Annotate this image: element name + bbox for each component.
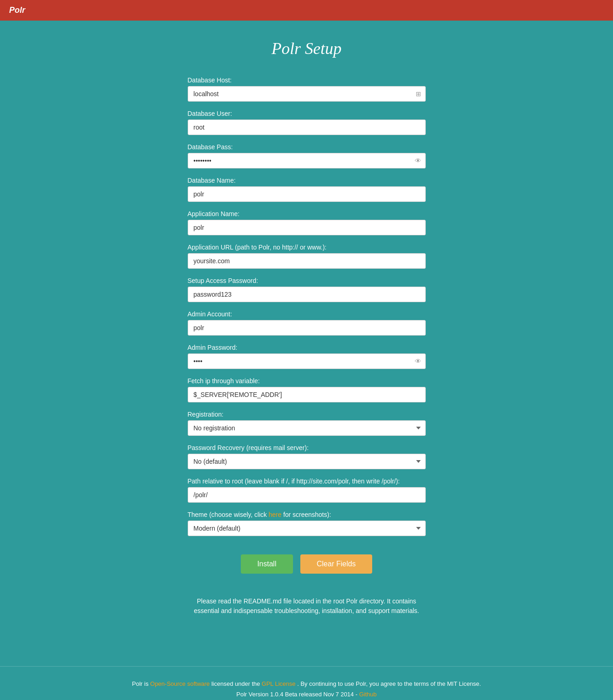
- footer-gpl-link[interactable]: GPL License: [262, 680, 296, 687]
- admin-pass-toggle-icon[interactable]: 👁: [415, 358, 421, 365]
- admin-pass-group: Admin Password: 👁: [188, 344, 426, 369]
- db-host-icon: ⊞: [416, 90, 421, 98]
- db-name-group: Database Name:: [188, 177, 426, 202]
- main-container: Polr Setup Database Host: ⊞ Database Use…: [179, 21, 435, 666]
- setup-pass-input[interactable]: [188, 287, 426, 302]
- navbar: Polr: [0, 0, 613, 21]
- admin-pass-label: Admin Password:: [188, 344, 426, 351]
- navbar-brand[interactable]: Polr: [9, 5, 25, 15]
- page-title: Polr Setup: [188, 39, 426, 58]
- footer-line2: Polr Version 1.0.4 Beta released Nov 7 2…: [9, 691, 604, 698]
- footer-opensource-link[interactable]: Open-Source software: [150, 680, 210, 687]
- footer: Polr is Open-Source software licensed un…: [0, 666, 613, 700]
- footer-version-text: Polr Version 1.0.4 Beta released Nov 7 2…: [236, 691, 359, 698]
- button-row: Install Clear Fields: [188, 554, 426, 574]
- db-host-group: Database Host: ⊞: [188, 76, 426, 102]
- readme-notice: Please read the README.md file located i…: [188, 597, 426, 616]
- footer-line1: Polr is Open-Source software licensed un…: [9, 680, 604, 687]
- app-url-group: Application URL (path to Polr, no http:/…: [188, 244, 426, 269]
- admin-account-group: Admin Account:: [188, 310, 426, 336]
- path-input[interactable]: [188, 487, 426, 503]
- theme-select[interactable]: Modern (default) Classic Material: [188, 521, 426, 536]
- fetch-ip-label: Fetch ip through variable:: [188, 377, 426, 385]
- install-button[interactable]: Install: [241, 554, 293, 574]
- app-url-label: Application URL (path to Polr, no http:/…: [188, 244, 426, 251]
- db-host-label: Database Host:: [188, 76, 426, 84]
- registration-label: Registration:: [188, 411, 426, 418]
- admin-pass-input[interactable]: [188, 353, 426, 369]
- clear-fields-button[interactable]: Clear Fields: [300, 554, 372, 574]
- path-label: Path relative to root (leave blank if /,…: [188, 478, 426, 485]
- setup-pass-label: Setup Access Password:: [188, 277, 426, 284]
- db-host-input[interactable]: [188, 86, 426, 102]
- db-pass-label: Database Pass:: [188, 143, 426, 151]
- pass-recovery-select[interactable]: No (default) Yes: [188, 454, 426, 469]
- db-pass-wrapper: 👁: [188, 153, 426, 168]
- app-name-group: Application Name:: [188, 210, 426, 235]
- path-group: Path relative to root (leave blank if /,…: [188, 478, 426, 503]
- theme-label-suffix: for screenshots):: [283, 511, 331, 518]
- fetch-ip-input[interactable]: [188, 387, 426, 402]
- db-name-label: Database Name:: [188, 177, 426, 184]
- pass-recovery-label: Password Recovery (requires mail server)…: [188, 444, 426, 451]
- app-name-label: Application Name:: [188, 210, 426, 217]
- footer-github-link[interactable]: Github: [359, 691, 376, 698]
- db-user-label: Database User:: [188, 110, 426, 117]
- app-name-input[interactable]: [188, 220, 426, 235]
- footer-polr-pre: Polr is: [132, 680, 150, 687]
- pass-recovery-group: Password Recovery (requires mail server)…: [188, 444, 426, 469]
- theme-group: Theme (choose wisely, click here for scr…: [188, 511, 426, 536]
- db-pass-toggle-icon[interactable]: 👁: [415, 157, 421, 164]
- admin-pass-wrapper: 👁: [188, 353, 426, 369]
- admin-account-label: Admin Account:: [188, 310, 426, 318]
- registration-group: Registration: No registration Allow regi…: [188, 411, 426, 436]
- footer-licensed-text: licensed under the: [212, 680, 262, 687]
- setup-pass-group: Setup Access Password:: [188, 277, 426, 302]
- fetch-ip-group: Fetch ip through variable:: [188, 377, 426, 402]
- app-url-input[interactable]: [188, 253, 426, 269]
- db-pass-group: Database Pass: 👁: [188, 143, 426, 168]
- db-pass-input[interactable]: [188, 153, 426, 168]
- db-user-group: Database User:: [188, 110, 426, 135]
- theme-label-row: Theme (choose wisely, click here for scr…: [188, 511, 426, 518]
- db-name-input[interactable]: [188, 186, 426, 202]
- admin-account-input[interactable]: [188, 320, 426, 336]
- theme-label-pre: Theme (choose wisely, click: [188, 511, 267, 518]
- registration-select[interactable]: No registration Allow registration Allow…: [188, 420, 426, 436]
- theme-screenshots-link[interactable]: here: [269, 511, 282, 518]
- db-user-input[interactable]: [188, 119, 426, 135]
- footer-mit-text: . By continuing to use Polr, you agree t…: [297, 680, 481, 687]
- db-host-wrapper: ⊞: [188, 86, 426, 102]
